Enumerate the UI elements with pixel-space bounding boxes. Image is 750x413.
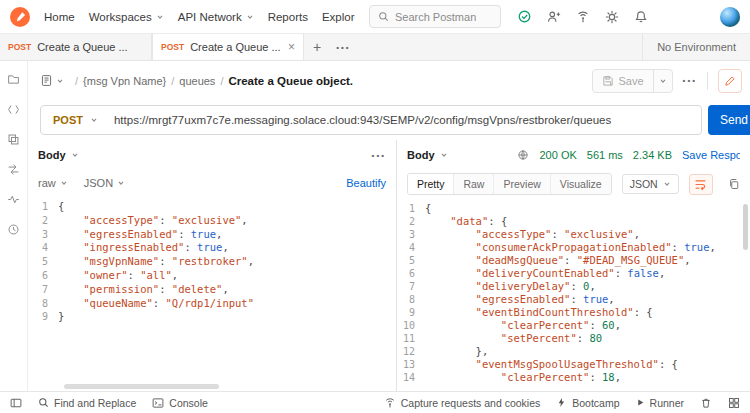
request-tab-inactive[interactable]: POST Create a Queue ... xyxy=(0,34,152,60)
wrap-text-icon[interactable] xyxy=(689,174,713,195)
line-number: 4 xyxy=(28,241,58,255)
request-editor[interactable]: 1{2 "accessType": "exclusive",3 "egressE… xyxy=(28,200,396,324)
tab-bar: POST Create a Queue ... POST Create a Qu… xyxy=(0,34,750,61)
console-button[interactable]: Console xyxy=(152,397,208,409)
breadcrumb-msgvpn[interactable]: {msg Vpn Name} xyxy=(83,75,166,87)
code-line: 1{ xyxy=(28,200,396,214)
environment-selector[interactable]: No Environment xyxy=(642,34,750,60)
main-nav: Home Workspaces API Network Reports Expl… xyxy=(44,11,355,23)
request-body-more-icon[interactable]: ••• xyxy=(372,151,386,160)
copy-response-icon[interactable] xyxy=(728,178,740,190)
response-status-badge[interactable]: 200 OK xyxy=(539,149,576,161)
url-input[interactable]: https://mrgt77uxm7c7e.messaging.solace.c… xyxy=(108,114,701,126)
tab-preview[interactable]: Preview xyxy=(494,174,550,194)
invite-user-icon[interactable] xyxy=(547,10,561,24)
scrollbar-thumb[interactable] xyxy=(743,204,748,250)
response-time-badge[interactable]: 561 ms xyxy=(587,149,623,161)
breadcrumb-queues[interactable]: queues xyxy=(179,75,215,87)
save-button-main[interactable]: Save xyxy=(593,75,653,87)
mock-servers-icon[interactable] xyxy=(7,163,20,176)
notifications-bell-icon[interactable] xyxy=(634,10,648,24)
postman-logo-icon[interactable] xyxy=(10,7,30,27)
response-editor[interactable]: 1{2 "data": {3 "accessType": "exclusive"… xyxy=(397,202,750,384)
response-language-label: JSON xyxy=(630,178,658,190)
save-options-button[interactable] xyxy=(653,70,672,92)
satellite-icon[interactable] xyxy=(576,10,590,24)
sync-status-icon[interactable] xyxy=(517,9,532,24)
postman-app: Home Workspaces API Network Reports Expl… xyxy=(0,0,750,413)
capture-icon xyxy=(384,397,396,409)
sidebar-toggle-icon[interactable] xyxy=(10,397,22,409)
tab-raw[interactable]: Raw xyxy=(454,174,494,194)
request-more-icon[interactable]: ••• xyxy=(683,76,697,85)
method-selector[interactable]: POST xyxy=(41,114,108,126)
close-tab-icon[interactable]: × xyxy=(288,40,295,54)
save-response-link[interactable]: Save Response xyxy=(682,149,740,161)
response-header: Body 200 OK 561 ms 2.34 KB Save Response xyxy=(397,140,750,170)
main-split: Body ••• raw JSON Beautify 1{2 "accessTy… xyxy=(28,140,750,391)
line-number: 7 xyxy=(28,283,58,297)
capture-requests-button[interactable]: Capture requests and cookies xyxy=(384,397,541,409)
environments-icon[interactable] xyxy=(7,133,20,146)
response-size-badge[interactable]: 2.34 KB xyxy=(633,149,672,161)
nav-api-network[interactable]: API Network xyxy=(178,11,254,23)
code-line: 5 "deadMsgQueue": "#DEAD_MSG_QUEUE", xyxy=(397,254,750,267)
save-button[interactable]: Save xyxy=(592,69,673,93)
find-replace-button[interactable]: Find and Replace xyxy=(38,397,136,409)
nav-workspaces[interactable]: Workspaces xyxy=(89,11,164,23)
request-tab-active[interactable]: POST Create a Queue ... × xyxy=(152,34,304,60)
response-body-label[interactable]: Body xyxy=(407,149,448,161)
settings-gear-icon[interactable] xyxy=(605,10,619,24)
response-language-select[interactable]: JSON xyxy=(622,174,679,194)
bootcamp-button[interactable]: Bootcamp xyxy=(556,397,619,409)
app-header: Home Workspaces API Network Reports Expl… xyxy=(0,0,750,34)
edit-pencil-icon[interactable] xyxy=(718,69,742,93)
tab-visualize[interactable]: Visualize xyxy=(551,174,611,194)
line-number: 11 xyxy=(397,332,425,345)
save-floppy-icon xyxy=(602,75,614,87)
console-icon xyxy=(152,397,164,409)
history-icon[interactable] xyxy=(7,223,20,236)
breadcrumb-current: Create a Queue object. xyxy=(228,75,353,87)
collection-doc-icon[interactable] xyxy=(40,74,64,87)
network-globe-icon[interactable] xyxy=(517,149,529,161)
code-line: 2 "accessType": "exclusive", xyxy=(28,214,396,228)
nav-explore[interactable]: Explore xyxy=(322,11,355,23)
new-tab-button[interactable]: + xyxy=(304,34,330,60)
tab-options-icon[interactable]: ••• xyxy=(330,34,356,60)
line-number: 12 xyxy=(397,345,425,358)
body-language-label: JSON xyxy=(84,177,113,189)
scrollbar-thumb[interactable] xyxy=(64,384,219,389)
code-line: 5 "msgVpnName": "restbroker", xyxy=(28,255,396,269)
body-language-select[interactable]: JSON xyxy=(84,177,125,189)
collections-icon[interactable] xyxy=(7,73,20,86)
request-editor-hscrollbar[interactable] xyxy=(64,384,386,389)
response-view-tabs: Pretty Raw Preview Visualize xyxy=(407,173,612,195)
nav-home[interactable]: Home xyxy=(44,11,75,23)
search-input[interactable]: Search Postman xyxy=(369,5,501,28)
search-icon xyxy=(38,397,49,408)
response-scrollbar[interactable] xyxy=(743,204,748,387)
trash-icon[interactable] xyxy=(700,397,712,409)
code-line: 7 "deliveryDelay": 0, xyxy=(397,280,750,293)
layout-icon[interactable] xyxy=(728,397,740,409)
nav-reports[interactable]: Reports xyxy=(268,11,308,23)
send-button[interactable]: Send xyxy=(708,105,750,135)
request-body-label[interactable]: Body xyxy=(38,149,79,161)
runner-button[interactable]: Runner xyxy=(636,397,684,409)
code-line: 3 "accessType": "exclusive", xyxy=(397,228,750,241)
monitors-icon[interactable] xyxy=(7,193,20,206)
avatar[interactable] xyxy=(720,7,740,27)
body-format-select[interactable]: raw xyxy=(38,177,68,189)
body-format-label: raw xyxy=(38,177,56,189)
response-pane: Body 200 OK 561 ms 2.34 KB Save Response… xyxy=(397,140,750,391)
chevron-down-icon xyxy=(56,77,64,85)
beautify-link[interactable]: Beautify xyxy=(346,177,386,189)
tab-pretty[interactable]: Pretty xyxy=(408,174,454,194)
divider xyxy=(707,72,708,90)
environment-label: No Environment xyxy=(657,41,736,53)
code-line: 8 "queueName": "Q/rdp1/input" xyxy=(28,297,396,311)
line-number: 8 xyxy=(28,297,58,311)
apis-icon[interactable] xyxy=(7,103,20,116)
chevron-down-icon xyxy=(90,116,98,124)
